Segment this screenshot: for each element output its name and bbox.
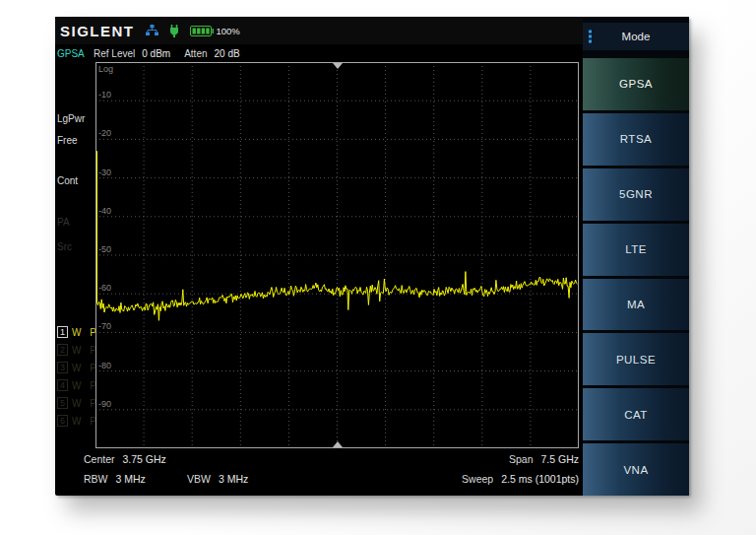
rbw-value: 3 MHz — [116, 473, 146, 485]
center-label: Center — [84, 453, 115, 465]
lan-icon — [146, 25, 158, 36]
trace-indicator-3: 3 W P — [57, 361, 99, 374]
trace-number: 2 — [57, 344, 68, 356]
trace-indicator-5: 5 W P — [57, 396, 99, 410]
vbw-label: VBW — [187, 473, 211, 485]
mode-button-cat[interactable]: CAT — [583, 388, 689, 440]
y-tick--30: -30 — [98, 167, 111, 177]
sweep-label: Sweep — [462, 473, 493, 485]
y-tick--70: -70 — [98, 321, 111, 331]
mode-button-pulse[interactable]: PULSE — [583, 333, 689, 385]
ref-level-value: 0 dBm — [142, 48, 170, 59]
mode-button-5gnr[interactable]: 5GNR — [583, 168, 689, 221]
trace-number: 5 — [57, 397, 68, 409]
ref-level-label: Ref Level — [94, 48, 135, 59]
sidebar-item-lgpwr: LgPwr — [57, 112, 85, 125]
menu-header-label: Mode — [622, 31, 651, 42]
sidebar-item-cont: Cont — [57, 174, 78, 187]
center-value: 3.75 GHz — [123, 453, 166, 465]
y-tick--90: -90 — [98, 399, 111, 409]
top-bar: SIGLENT — [55, 17, 583, 44]
sidebar-item-pa: PA — [57, 216, 70, 229]
y-scale-label: Log — [98, 64, 113, 74]
mode-button-lte[interactable]: LTE — [583, 224, 689, 276]
softkey-menu: Mode GPSA RTSA 5GNR LTE MA PULSE CAT VNA — [583, 17, 689, 496]
y-tick--60: -60 — [98, 283, 111, 293]
span-value: 7.5 GHz — [540, 453, 579, 465]
sidebar-item-free: Free — [57, 134, 78, 147]
frequency-annotation-row: Center3.75 GHz Span7.5 GHz — [84, 451, 581, 467]
center-frequency-marker-bottom — [333, 441, 343, 447]
center-frequency: Center3.75 GHz — [84, 451, 166, 467]
trace-indicator-1: 1 W P — [57, 325, 99, 339]
trace-indicator-6: 6 W P — [57, 414, 99, 428]
menu-dots-icon — [589, 31, 592, 43]
trace-number: 3 — [57, 362, 68, 373]
rbw-setting: RBW3 MHz — [84, 471, 146, 487]
span-label: Span — [509, 453, 534, 465]
power-plug-icon — [169, 25, 179, 37]
spectrum-graticule: Log -10 -20 -30 -40 -50 -60 -70 -80 -90 — [95, 62, 579, 448]
sweep-setting: Sweep2.5 ms (1001pts) — [462, 471, 579, 487]
trace-number: 6 — [57, 415, 68, 427]
mode-button-rtsa[interactable]: RTSA — [583, 113, 689, 166]
vbw-setting: VBW3 MHz — [187, 471, 248, 487]
active-mode-badge: GPSA — [55, 48, 94, 59]
trace-number: 4 — [57, 379, 68, 391]
span-frequency: Span7.5 GHz — [509, 451, 579, 467]
analyzer-screen: SIGLENT — [55, 17, 689, 496]
bandwidth-annotation-row: RBW3 MHz VBW3 MHz Sweep2.5 ms (1001pts) — [84, 471, 581, 487]
status-row: GPSA Ref Level 0 dBm Atten 20 dB — [55, 44, 583, 62]
mode-button-ma[interactable]: MA — [583, 279, 689, 331]
battery-icon — [190, 26, 214, 36]
vbw-value: 3 MHz — [219, 473, 248, 485]
y-tick--80: -80 — [98, 361, 111, 370]
center-frequency-marker-top — [333, 63, 343, 69]
trace-indicator-4: 4 W P — [57, 378, 99, 392]
y-tick--10: -10 — [98, 90, 111, 100]
mode-button-gpsa[interactable]: GPSA — [583, 58, 689, 110]
spectrum-trace-plot — [95, 62, 579, 448]
battery-percentage: 100% — [217, 26, 240, 36]
y-tick--40: -40 — [98, 206, 111, 216]
y-tick--50: -50 — [98, 244, 111, 254]
trace-indicator-2: 2 W P — [57, 343, 99, 357]
y-tick--20: -20 — [98, 128, 111, 138]
atten-value: 20 dB — [215, 48, 240, 59]
sweep-value: 2.5 ms (1001pts) — [501, 473, 579, 485]
rbw-label: RBW — [84, 473, 108, 485]
menu-header-mode[interactable]: Mode — [583, 23, 689, 50]
atten-label: Atten — [184, 48, 207, 59]
display-area: SIGLENT — [55, 17, 583, 496]
sidebar-item-src: Src — [57, 240, 72, 253]
mode-button-vna[interactable]: VNA — [583, 443, 689, 496]
trace-number: 1 — [57, 326, 68, 338]
brand-logo: SIGLENT — [60, 23, 135, 39]
